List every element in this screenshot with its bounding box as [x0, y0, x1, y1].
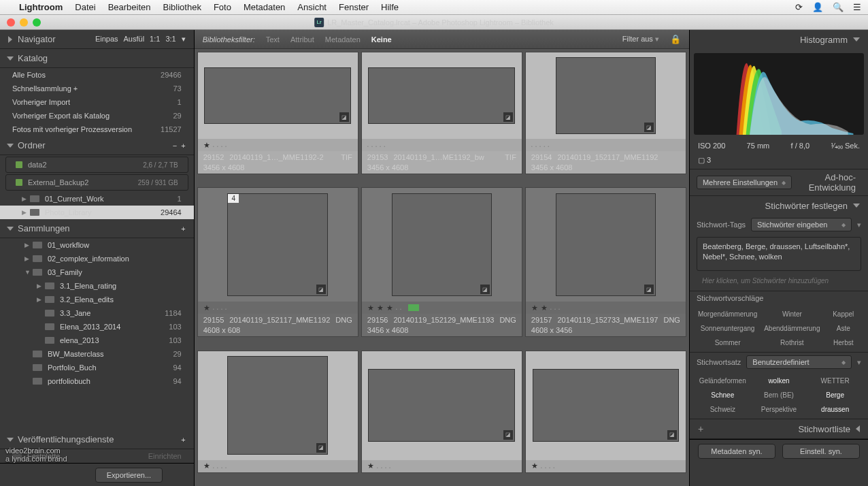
collection-item[interactable]: ▶02_complex_information: [0, 252, 194, 265]
folder-item[interactable]: ▶01_Current_Work1: [0, 192, 194, 206]
chevron-down-icon[interactable]: ▾: [182, 35, 186, 44]
adhoc-label[interactable]: Ad-hoc-Entwicklung: [803, 172, 856, 193]
sync-icon[interactable]: ⟳: [795, 2, 803, 12]
grid-cell[interactable]: ◪ ••••• 2915420140119_152117_MME1192 345…: [525, 52, 686, 174]
catalog-item[interactable]: Schnellsammlung +73: [0, 82, 194, 95]
katalog-header[interactable]: Katalog: [0, 49, 194, 68]
rating-bar[interactable]: ★••••: [362, 460, 522, 472]
volume-item[interactable]: data22,6 / 2,7 TB: [5, 157, 188, 173]
thumbnail-grid[interactable]: ◪ ★•••• 2915220140119_1…_MME1192-2TIF 34…: [195, 49, 689, 486]
lock-icon[interactable]: 🔒: [670, 34, 681, 44]
keyword-set-item[interactable]: wolken: [752, 374, 807, 387]
collection-item[interactable]: elena_2013103: [0, 334, 194, 347]
grid-cell[interactable]: ◪ ★••••: [525, 351, 686, 473]
keyword-set-item[interactable]: Geländeformen: [695, 374, 750, 387]
sync-metadata-button[interactable]: Metadaten syn.: [698, 444, 775, 459]
menu-datei[interactable]: Datei: [75, 2, 95, 12]
rating-bar[interactable]: ★••••: [198, 460, 358, 472]
keyword-suggestion[interactable]: Abenddämmerung: [761, 322, 822, 335]
keyword-set-item[interactable]: Berge: [807, 389, 863, 402]
menu-bibliothek[interactable]: Bibliothek: [163, 2, 201, 12]
fill-zoom[interactable]: Ausfül: [124, 35, 145, 44]
collection-item[interactable]: ▼03_Family: [0, 265, 194, 279]
plus-icon[interactable]: +: [698, 423, 703, 434]
rating-bar[interactable]: ★••••: [198, 302, 358, 314]
keyword-tags-select[interactable]: Stichwörter eingeben◆: [751, 218, 852, 231]
rating-bar[interactable]: ★••••: [198, 139, 358, 151]
collection-item[interactable]: portfoliobuch94: [0, 374, 194, 388]
app-menu[interactable]: Lightroom: [19, 2, 63, 12]
keywords-header[interactable]: Stichwörter festlegen: [690, 196, 868, 215]
catalog-item[interactable]: Alle Fotos29466: [0, 68, 194, 82]
rating-bar[interactable]: •••••: [362, 139, 522, 151]
grid-cell[interactable]: ◪ ★••••: [361, 351, 522, 473]
ordner-header[interactable]: Ordner −+: [0, 136, 194, 155]
menu-bearbeiten[interactable]: Bearbeiten: [108, 2, 151, 12]
rating-bar[interactable]: ★★★••: [362, 302, 522, 314]
filter-preset-menu[interactable]: Filter aus ▾: [622, 35, 659, 44]
fit-zoom[interactable]: Einpas: [95, 35, 118, 44]
histogram-header[interactable]: Histogramm: [690, 30, 868, 49]
rating-bar[interactable]: ★••••: [526, 460, 686, 472]
folder-item[interactable]: ▶Photo_Library29464: [0, 206, 194, 219]
grid-cell[interactable]: ◪ ••••• 2915320140119_1…ME1192_bwTIF 345…: [361, 52, 522, 174]
collection-item[interactable]: Elena_2013_2014103: [0, 320, 194, 334]
collection-item[interactable]: ▶01_workflow: [0, 238, 194, 252]
keyword-suggestion[interactable]: Sommer: [695, 336, 760, 349]
zoom-icon[interactable]: [33, 18, 41, 27]
collection-item[interactable]: ▶3.2_Elena_edits: [0, 293, 194, 306]
menu-foto[interactable]: Foto: [214, 2, 231, 12]
collection-item[interactable]: 3.3_Jane1184: [0, 306, 194, 320]
keyword-suggestion[interactable]: Rothrist: [761, 336, 822, 349]
keyword-set-item[interactable]: Perspektive: [752, 403, 807, 416]
minimize-icon[interactable]: [20, 18, 28, 27]
zoom-31[interactable]: 3:1: [165, 35, 176, 44]
filter-tab-attribute[interactable]: Attribut: [290, 35, 314, 44]
collection-item[interactable]: Portfolio_Buch94: [0, 361, 194, 374]
filter-tab-text[interactable]: Text: [266, 35, 280, 44]
publish-header[interactable]: Veröffentlichungsdienste +: [0, 430, 194, 449]
keywords-add-input[interactable]: Hier klicken, um Stichwörter hinzuzufüge…: [697, 274, 861, 288]
menu-metadaten[interactable]: Metadaten: [244, 2, 285, 12]
close-icon[interactable]: [7, 18, 15, 27]
plus-icon[interactable]: +: [181, 436, 185, 444]
collection-item[interactable]: ▶3.1_Elena_rating: [0, 279, 194, 293]
catalog-item[interactable]: Fotos mit vorheriger Prozessversion11527: [0, 123, 194, 136]
keyword-suggestion[interactable]: Morgendämmerung: [695, 308, 760, 321]
search-icon[interactable]: 🔍: [833, 2, 844, 12]
settings-select[interactable]: Mehrere Einstellungen◆: [697, 176, 792, 189]
volume-item[interactable]: External_Backup2259 / 931 GB: [5, 174, 188, 191]
keyword-suggestion[interactable]: Winter: [761, 308, 822, 321]
keywords-textarea[interactable]: Beatenberg, Berge, draussen, Luftseilbah…: [697, 237, 861, 271]
color-label[interactable]: [408, 304, 419, 311]
publish-setup[interactable]: Einrichten: [148, 452, 182, 460]
catalog-item[interactable]: Vorheriger Import1: [0, 95, 194, 109]
grid-cell[interactable]: 4◪ ★•••• 2915520140119_152117_MME1192DNG…: [197, 187, 358, 337]
keyword-set-item[interactable]: Bern (BE): [752, 389, 807, 402]
minus-icon[interactable]: −: [173, 142, 177, 150]
keyword-set-item[interactable]: draussen: [807, 403, 863, 416]
plus-icon[interactable]: +: [181, 142, 185, 150]
grid-cell[interactable]: ◪ ★•••• 2915220140119_1…_MME1192-2TIF 34…: [197, 52, 358, 174]
grid-cell[interactable]: ◪ ★★••• 2915720140119_152733_MME1197DNG …: [525, 187, 686, 337]
publish-service[interactable]: Festplatte Einrichten: [0, 449, 194, 463]
keyword-suggestion[interactable]: Sonnenuntergang: [695, 322, 760, 335]
menu-fenster[interactable]: Fenster: [339, 2, 369, 12]
rating-bar[interactable]: ★★•••: [526, 302, 686, 314]
plus-icon[interactable]: +: [181, 225, 185, 233]
spotlight-icon[interactable]: 👤: [812, 2, 823, 12]
filter-tab-metadata[interactable]: Metadaten: [325, 35, 361, 44]
sammlungen-header[interactable]: Sammlungen +: [0, 219, 194, 238]
menu-ansicht[interactable]: Ansicht: [297, 2, 327, 12]
grid-cell[interactable]: ◪ ★★★•• 2915620140119_152129_MME1193DNG …: [361, 187, 522, 337]
keyword-set-item[interactable]: Schnee: [695, 389, 750, 402]
collection-item[interactable]: BW_Masterclass29: [0, 347, 194, 361]
sync-settings-button[interactable]: Einstell. syn.: [782, 444, 860, 459]
rating-bar[interactable]: •••••: [526, 139, 686, 151]
keyword-set-item[interactable]: WETTER: [807, 374, 863, 387]
keyword-set-item[interactable]: Schweiz: [695, 403, 750, 416]
grid-cell[interactable]: ◪ ★••••: [197, 351, 358, 473]
chevron-down-icon[interactable]: ▾: [857, 358, 861, 367]
menu-hilfe[interactable]: Hilfe: [381, 2, 399, 12]
keyword-list-header[interactable]: + Stichwortliste: [690, 419, 868, 438]
